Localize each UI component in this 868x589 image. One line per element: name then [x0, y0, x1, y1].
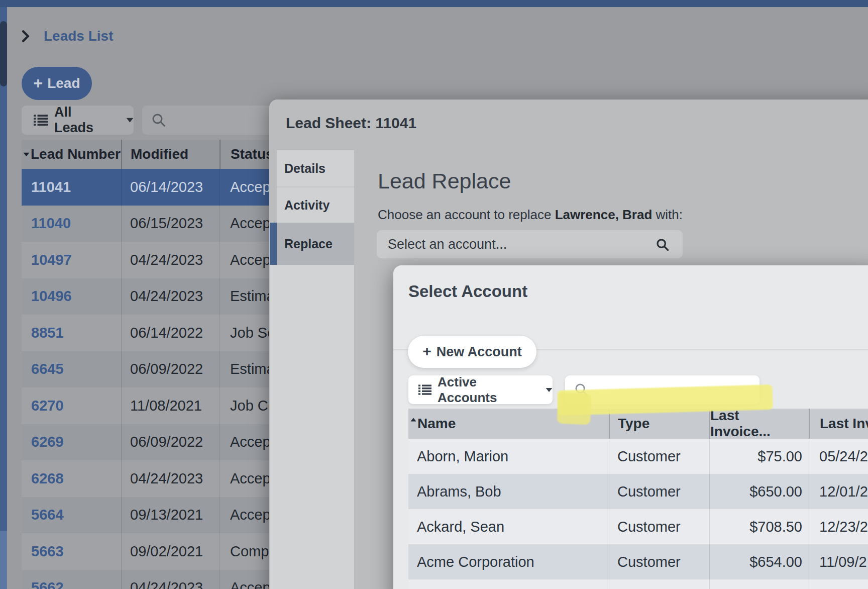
accounts-table-header: Name Type Last Invoice... Last Inv — [408, 409, 868, 439]
lead-number-link[interactable]: 6268 — [31, 470, 64, 487]
tab-details[interactable]: Details — [277, 150, 354, 186]
sidebar-scroll-segment[interactable] — [0, 531, 7, 589]
left-sidebar — [0, 7, 7, 589]
page-title: Lead Replace — [378, 169, 511, 193]
lead-sheet-title: Lead Sheet: 11041 — [286, 115, 416, 132]
table-row[interactable]: Aborn, Marion Customer $75.00 05/24/2 — [408, 439, 868, 474]
new-lead-button-label: Lead — [47, 75, 80, 91]
lead-number-link[interactable]: 10497 — [31, 252, 72, 268]
leads-filter-label: All Leads — [54, 105, 114, 136]
chevron-down-icon — [546, 387, 553, 392]
sort-asc-icon — [410, 418, 416, 422]
accounts-search-input[interactable] — [594, 381, 764, 398]
lead-number-link[interactable]: 6270 — [31, 398, 64, 414]
plus-icon: + — [422, 344, 431, 359]
lead-number-link[interactable]: 6645 — [31, 361, 64, 377]
search-icon — [151, 113, 166, 128]
tab-rail — [270, 265, 354, 589]
new-account-button[interactable]: + New Account — [408, 336, 536, 368]
column-header-lead-number[interactable]: Lead Number — [22, 140, 121, 169]
replace-instruction: Choose an account to replace Lawrence, B… — [378, 207, 683, 223]
table-row[interactable]: Acme Corporation Customer $654.00 11/09/… — [408, 544, 868, 579]
accounts-filter-dropdown[interactable]: Active Accounts — [408, 375, 553, 404]
lead-number-link[interactable]: 5663 — [31, 543, 64, 560]
column-header-name[interactable]: Name — [408, 409, 609, 439]
lead-number-link[interactable]: 6269 — [31, 434, 64, 450]
breadcrumb: Leads List — [22, 28, 113, 44]
lead-number-link[interactable]: 5664 — [31, 507, 64, 523]
accounts-filter-label: Active Accounts — [438, 374, 534, 406]
breadcrumb-leads-list[interactable]: Leads List — [44, 28, 113, 44]
replace-target-name: Lawrence, Brad — [555, 207, 653, 222]
new-lead-button[interactable]: + Lead — [22, 67, 92, 100]
search-icon — [656, 238, 670, 252]
column-header-modified[interactable]: Modified — [121, 140, 220, 169]
account-select-placeholder: Select an account... — [388, 237, 507, 252]
list-icon — [34, 114, 48, 126]
select-account-title: Select Account — [408, 282, 527, 301]
lead-number-link[interactable]: 10496 — [31, 288, 72, 305]
lead-number-link[interactable]: 11040 — [31, 215, 71, 232]
table-row[interactable] — [408, 579, 868, 589]
accounts-table: Name Type Last Invoice... Last Inv Aborn… — [408, 409, 868, 589]
chevron-down-icon — [126, 118, 134, 123]
app-screen: Leads List + Lead All Leads — [0, 0, 868, 589]
lead-number-link[interactable]: 11041 — [31, 179, 71, 195]
table-row[interactable]: Ackard, Sean Customer $708.50 12/23/2 — [408, 509, 868, 544]
new-account-button-label: New Account — [437, 344, 522, 360]
chevron-right-icon[interactable] — [22, 30, 30, 42]
lead-number-link[interactable]: 5662 — [31, 579, 64, 589]
tab-replace[interactable]: Replace — [270, 223, 354, 265]
search-icon — [574, 382, 589, 397]
list-icon — [418, 384, 431, 396]
column-header-last-invoice-date[interactable]: Last Inv — [809, 409, 868, 439]
account-select-field[interactable]: Select an account... — [377, 230, 683, 258]
table-row[interactable]: Abrams, Bob Customer $650.00 12/01/2 — [408, 474, 868, 509]
plus-icon: + — [33, 75, 43, 91]
column-header-type[interactable]: Type — [609, 409, 709, 439]
sort-desc-icon — [23, 152, 30, 157]
lead-number-link[interactable]: 8851 — [31, 325, 64, 341]
leads-filter-dropdown[interactable]: All Leads — [22, 106, 134, 135]
column-header-last-invoice[interactable]: Last Invoice... — [709, 409, 809, 439]
accounts-search-box — [565, 375, 759, 404]
sidebar-active-segment — [0, 21, 7, 86]
top-nav-bar — [0, 0, 868, 7]
select-account-modal: Select Account + New Account Active Acco… — [393, 265, 868, 589]
tab-activity[interactable]: Activity — [277, 186, 354, 223]
